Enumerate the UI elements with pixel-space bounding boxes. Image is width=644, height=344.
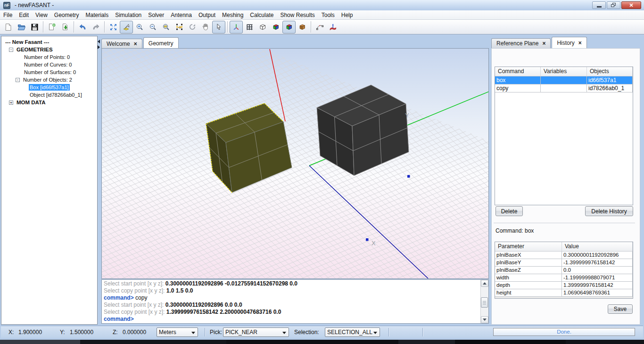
menu-item-edit[interactable]: Edit (16, 10, 32, 20)
select-tool-icon (215, 23, 223, 31)
console-scrollbar[interactable] (480, 280, 488, 323)
column-header-command[interactable]: Command (495, 67, 541, 76)
delete-button[interactable]: Delete (495, 206, 523, 216)
menu-item-help[interactable]: Help (338, 10, 356, 20)
curve-tool-button[interactable] (313, 21, 326, 34)
wireframe-view-button[interactable] (256, 21, 269, 34)
mesh-view-button[interactable] (173, 21, 186, 34)
zoom-in-button[interactable] (133, 21, 146, 34)
menu-item-calculate[interactable]: Calculate (247, 10, 277, 20)
curve-tool-icon (316, 23, 324, 31)
textured-view-button[interactable] (296, 21, 309, 34)
new-file-button[interactable] (1, 21, 15, 34)
scrollbar-track[interactable] (481, 287, 488, 316)
zoom-window-button[interactable] (159, 21, 173, 34)
grid-view-button[interactable] (243, 21, 256, 34)
menu-item-materials[interactable]: Materials (83, 10, 112, 20)
table-row[interactable]: copy id78266ab0_1 (495, 84, 633, 92)
pan-view-button[interactable] (199, 21, 212, 34)
menu-item-geometry[interactable]: Geometry (51, 10, 83, 20)
dynamic-zoom-button[interactable] (120, 21, 133, 34)
column-header-variables[interactable]: Variables (541, 67, 587, 76)
import-file-button[interactable] (58, 21, 72, 34)
scroll-right-icon[interactable] (98, 45, 100, 49)
menu-item-simulation[interactable]: Simulation (112, 10, 145, 20)
axes-view-button[interactable] (230, 21, 243, 34)
panel-tab-history[interactable]: History× (552, 37, 586, 48)
redo-button[interactable] (89, 21, 102, 34)
save-button[interactable]: Save (608, 304, 633, 314)
tree-item-mom-data[interactable]: +MOM DATA (1, 99, 97, 106)
undo-button[interactable] (76, 21, 89, 34)
surface-normal-tool-button[interactable] (326, 21, 339, 34)
scrollbar-thumb[interactable] (481, 297, 488, 308)
tree-item-geometries[interactable]: -GEOMETRIES (1, 46, 97, 53)
panel-tab-reference-plane[interactable]: Reference Plane× (491, 38, 551, 48)
close-tab-icon[interactable]: × (542, 41, 545, 46)
select-tool-button[interactable] (212, 21, 225, 34)
pick-label: Pick: (210, 329, 222, 336)
scrollbar-up-button[interactable] (481, 280, 488, 287)
menu-item-file[interactable]: File (0, 10, 16, 20)
table-row[interactable]: width-1.199999988079071 (495, 274, 633, 282)
document-tab-welcome[interactable]: Welcome× (101, 39, 142, 49)
tree-item-object-id78266ab0-1[interactable]: Object [id78266ab0_1] (1, 91, 97, 99)
menu-item-antenna[interactable]: Antenna (167, 10, 195, 20)
menu-item-output[interactable]: Output (195, 10, 219, 20)
close-tab-icon[interactable]: × (578, 41, 582, 45)
shaded-view-button[interactable] (282, 21, 296, 34)
menu-item-meshing[interactable]: Meshing (219, 10, 247, 20)
column-header-objects[interactable]: Objects (587, 67, 633, 76)
tree-item-box-id66f537a1[interactable]: Box [id66f537a1] (1, 84, 97, 91)
selection-combobox[interactable]: SELECTION_ALL (325, 327, 380, 337)
table-row[interactable]: box id66f537a1 (495, 76, 633, 84)
tree-item-number-of-curves-0[interactable]: Number of Curves: 0 (1, 61, 97, 68)
parameter-table[interactable]: ParameterValuepIniBaseX0.300000011920928… (495, 242, 633, 299)
axes-view-icon (232, 23, 240, 31)
tree-item-number-of-objects-2[interactable]: -Number of Objects: 2 (1, 76, 97, 84)
document-tab-geometry[interactable]: Geometry (143, 37, 179, 49)
zoom-out-button[interactable] (146, 21, 159, 34)
scrollbar-down-button[interactable] (481, 316, 488, 323)
rotate-view-button[interactable] (186, 21, 199, 34)
viewport-canvas[interactable]: XY (101, 48, 489, 279)
table-row[interactable]: pIniBaseX0.30000001192092896 (495, 252, 633, 259)
tree-item-number-of-surfaces-0[interactable]: Number of Surfaces: 0 (1, 68, 97, 76)
scroll-left-icon[interactable] (98, 40, 100, 43)
table-row[interactable]: depth1.399999976158142 (495, 282, 633, 289)
collapse-icon[interactable]: - (9, 48, 13, 52)
column-header-parameter[interactable]: Parameter (495, 242, 562, 252)
delete-history-button[interactable]: Delete History (585, 206, 633, 216)
save-file-button[interactable] (28, 21, 41, 34)
pick-combobox[interactable]: PICK_NEAR (223, 327, 289, 337)
table-row[interactable]: pIniBaseY-1.399999976158142 (495, 259, 633, 267)
collapse-icon[interactable]: - (16, 78, 20, 82)
menu-item-tools[interactable]: Tools (318, 10, 338, 20)
close-tab-icon[interactable]: × (134, 42, 137, 46)
table-row[interactable]: height1.06906498769361 (495, 289, 633, 297)
menu-item-show-results[interactable]: Show Results (277, 10, 318, 20)
menu-item-solver[interactable]: Solver (145, 10, 167, 20)
arrow-down-icon (483, 319, 487, 321)
table-row[interactable]: pIniBaseZ0.0 (495, 267, 633, 274)
open-file-button[interactable] (15, 21, 28, 34)
console-output[interactable]: Select start point [x y z]: 0.3000000119… (102, 280, 480, 323)
expand-icon[interactable]: + (9, 101, 13, 105)
title-bar[interactable]: nF - newFASANT - ✕ (0, 0, 644, 10)
units-combobox[interactable]: Meters (157, 327, 198, 337)
minimize-button[interactable] (592, 1, 606, 9)
tree-item-new-fasant[interactable]: --- New Fasant --- (1, 38, 97, 46)
column-header-value[interactable]: Value (562, 242, 633, 252)
pan-view-icon (202, 23, 210, 31)
close-button[interactable]: ✕ (621, 1, 641, 9)
history-table[interactable]: CommandVariablesObjectsbox id66f537a1cop… (495, 67, 633, 205)
zoom-fit-button[interactable] (107, 21, 120, 34)
flat-color-view-button[interactable] (269, 21, 282, 34)
surface-normal-tool-icon (329, 23, 337, 31)
menu-item-view[interactable]: View (32, 10, 51, 20)
command-label: Command: box (495, 227, 534, 234)
add-file-button[interactable] (45, 21, 58, 34)
tab-scroll-arrows[interactable] (98, 40, 101, 52)
tree-item-number-of-points-0[interactable]: Number of Points: 0 (1, 53, 97, 61)
restore-button[interactable] (607, 1, 620, 9)
